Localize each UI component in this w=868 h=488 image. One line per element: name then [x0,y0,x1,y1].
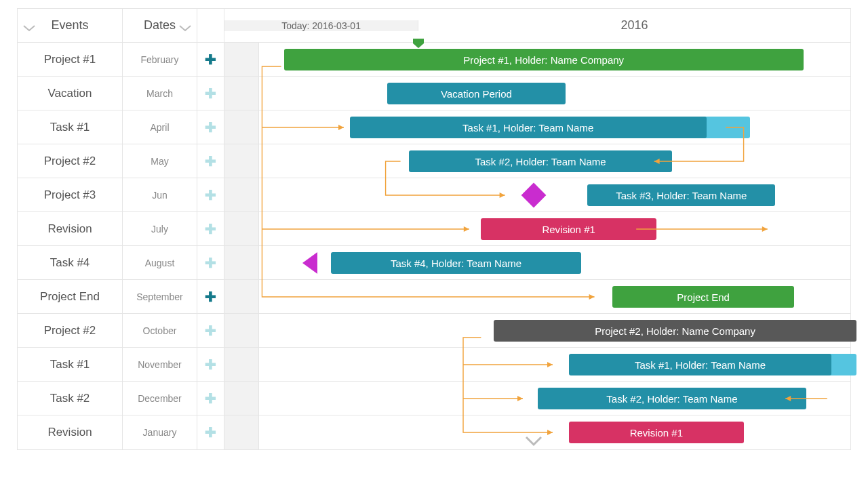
row-event-label: Task #2 [18,382,123,415]
gantt-row: Task #1November✚Task #1, Holder: Team Na… [18,348,850,382]
dates-column-header[interactable]: Dates [123,9,197,42]
milestone-diamond-icon[interactable] [521,183,547,208]
row-timeline: Task #3, Holder: Team Name [224,178,850,211]
row-timeline: Task #1, Holder: Team Name [224,110,850,144]
plus-icon: ✚ [205,358,216,371]
row-date-label: January [123,415,197,449]
gantt-bar[interactable]: Revision #1 [569,422,744,443]
row-date-label: August [123,246,197,279]
gantt-row: Task #2December✚Task #2, Holder: Team Na… [18,382,850,415]
row-event-label: Task #1 [18,348,123,381]
row-timeline: Project #2, Holder: Name Company [224,314,850,347]
back-arrow-icon [302,252,317,274]
timeline-header: Today: 2016-03-01 2016 [224,9,850,42]
chevron-down-icon[interactable] [525,436,542,449]
row-date-label: November [123,348,197,381]
gantt-chart: Events Dates Today: 2016-03-01 2016 Proj… [17,8,851,450]
gantt-row: Task #4August✚Task #4, Holder: Team Name [18,246,850,280]
row-event-label: Project #1 [18,43,123,76]
expand-row-button[interactable]: ✚ [197,348,224,381]
gantt-bar[interactable]: Project #2, Holder: Name Company [494,320,856,342]
expand-row-button[interactable]: ✚ [197,43,224,76]
row-timeline: Revision #1 [224,212,850,245]
today-label: Today: 2016-03-01 [224,20,418,31]
gantt-row: Project #2May✚Task #2, Holder: Team Name [18,144,850,178]
gantt-bar[interactable]: Task #1, Holder: Team Name [350,117,707,138]
plus-icon: ✚ [205,121,216,134]
gantt-header-row: Events Dates Today: 2016-03-01 2016 [18,9,850,43]
row-timeline: Project #1, Holder: Name Company [224,43,850,76]
gantt-row: Project #3Jun✚Task #3, Holder: Team Name [18,178,850,212]
plus-icon: ✚ [205,188,216,202]
events-column-header[interactable]: Events [18,9,123,42]
expand-row-button[interactable]: ✚ [197,144,224,178]
expand-row-button[interactable]: ✚ [197,382,224,415]
row-date-label: April [123,110,197,144]
plus-icon: ✚ [205,256,216,270]
plus-icon: ✚ [205,222,216,236]
row-date-label: February [123,43,197,76]
plus-icon: ✚ [205,87,216,100]
gantt-bar[interactable]: Task #2, Holder: Team Name [409,150,672,172]
gantt-bar[interactable]: Project #1, Holder: Name Company [284,49,804,70]
expand-column-header [197,9,224,42]
row-date-label: September [123,280,197,313]
expand-row-button[interactable]: ✚ [197,314,224,347]
gantt-bar[interactable]: Task #2, Holder: Team Name [538,388,807,409]
gantt-row: VacationMarch✚Vacation Period [18,77,850,110]
expand-row-button[interactable]: ✚ [197,415,224,449]
expand-row-button[interactable]: ✚ [197,212,224,245]
expand-row-button[interactable]: ✚ [197,110,224,144]
gantt-bar[interactable]: Revision #1 [481,218,656,240]
row-event-label: Project #2 [18,314,123,347]
row-timeline: Task #2, Holder: Team Name [224,144,850,178]
row-date-label: December [123,382,197,415]
gantt-bar[interactable]: Project End [612,286,794,308]
expand-row-button[interactable]: ✚ [197,280,224,313]
gantt-row: Project EndSeptember✚Project End [18,280,850,314]
expand-row-button[interactable]: ✚ [197,77,224,110]
gantt-row: RevisionJanuary✚Revision #1 [18,415,850,449]
row-date-label: May [123,144,197,178]
row-date-label: March [123,77,197,110]
row-timeline: Task #4, Holder: Team Name [224,246,850,279]
row-event-label: Project #3 [18,178,123,211]
row-timeline: Project End [224,280,850,313]
gantt-bar[interactable]: Task #3, Holder: Team Name [587,184,775,206]
gantt-bar[interactable]: Vacation Period [387,83,566,104]
gantt-row: Project #2October✚Project #2, Holder: Na… [18,314,850,348]
row-event-label: Project End [18,280,123,313]
row-event-label: Revision [18,212,123,245]
plus-icon: ✚ [205,53,216,66]
chevron-down-icon[interactable] [23,22,35,30]
plus-icon: ✚ [205,324,216,338]
dates-header-label: Dates [144,18,176,33]
plus-icon: ✚ [205,426,216,439]
year-label: 2016 [418,18,850,33]
row-date-label: Jun [123,178,197,211]
events-header-label: Events [51,18,88,33]
row-event-label: Vacation [18,77,123,110]
row-date-label: July [123,212,197,245]
row-event-label: Task #4 [18,246,123,279]
row-timeline: Task #2, Holder: Team Name [224,382,850,415]
row-event-label: Task #1 [18,110,123,144]
gantt-bar[interactable]: Task #1, Holder: Team Name [569,354,832,375]
row-timeline: Vacation Period [224,77,850,110]
gantt-row: Task #1April✚Task #1, Holder: Team Name [18,110,850,144]
plus-icon: ✚ [205,290,216,304]
gantt-row: Project #1February✚Project #1, Holder: N… [18,43,850,77]
row-timeline: Task #1, Holder: Team Name [224,348,850,381]
expand-row-button[interactable]: ✚ [197,246,224,279]
row-event-label: Revision [18,415,123,449]
gantt-bar[interactable]: Task #4, Holder: Team Name [331,252,581,274]
gantt-row: RevisionJuly✚Revision #1 [18,212,850,246]
plus-icon: ✚ [205,155,216,168]
expand-row-button[interactable]: ✚ [197,178,224,211]
plus-icon: ✚ [205,392,216,405]
row-date-label: October [123,314,197,347]
row-event-label: Project #2 [18,144,123,178]
chevron-down-icon[interactable] [179,22,191,30]
